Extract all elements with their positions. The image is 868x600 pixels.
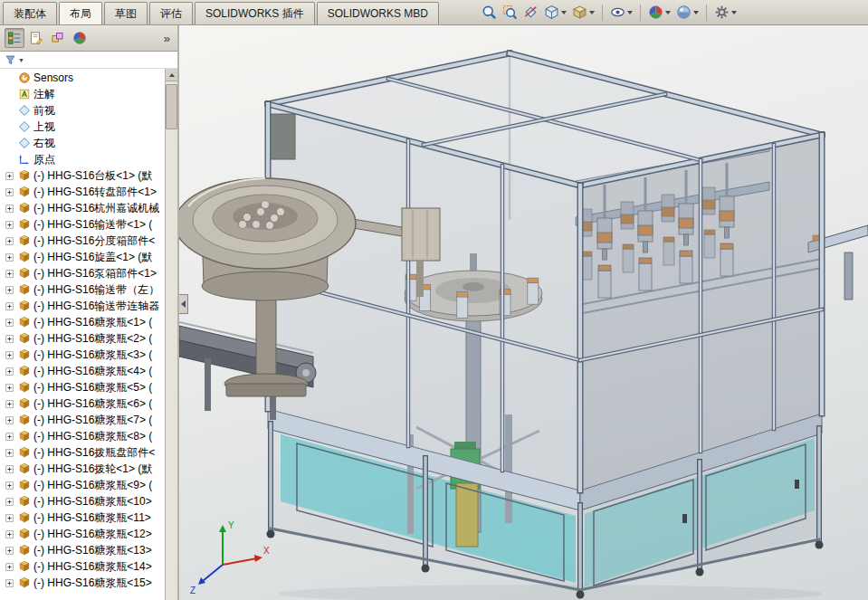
- tree-item[interactable]: (-) HHG-S16拨轮<1> (默: [0, 461, 165, 477]
- display-style-button[interactable]: [570, 3, 596, 22]
- expander-icon[interactable]: [4, 562, 15, 572]
- tree-item[interactable]: (-) HHG-S16杭州嘉诚机械: [0, 200, 165, 216]
- expander-icon: [5, 562, 14, 572]
- tree-item[interactable]: (-) HHG-S16拨瓶盘部件<: [0, 444, 165, 461]
- tree-item[interactable]: 上视: [0, 119, 165, 135]
- expander-icon[interactable]: [4, 399, 15, 409]
- apply-scene-button[interactable]: [674, 3, 701, 22]
- expander-icon[interactable]: [4, 204, 15, 214]
- graphics-viewport[interactable]: Y X Z: [179, 25, 868, 600]
- tree-item[interactable]: (-) HHG-S16转盘部件<1>: [0, 184, 165, 200]
- tree-item[interactable]: (-) HHG-S16糖浆瓶<14>: [0, 558, 165, 575]
- tree-item[interactable]: (-) HHG-S16糖浆瓶<15>: [0, 575, 165, 591]
- expander-icon[interactable]: [4, 269, 15, 279]
- tree-item[interactable]: (-) HHG-S16糖浆瓶<6> (: [0, 395, 165, 412]
- component-icon: [18, 316, 31, 329]
- tab-mbd[interactable]: SOLIDWORKS MBD: [317, 2, 439, 24]
- expander-icon[interactable]: [4, 546, 15, 556]
- expander-icon[interactable]: [4, 236, 15, 246]
- expander-icon[interactable]: [4, 481, 15, 490]
- filter-bar[interactable]: ▼: [0, 52, 177, 69]
- propertymanager-tab[interactable]: [26, 28, 46, 48]
- plane-icon: [18, 104, 31, 117]
- view-orientation-button[interactable]: [542, 3, 568, 22]
- expander-icon[interactable]: [4, 220, 15, 230]
- tree-item[interactable]: (-) HHG-S16糖浆瓶<4> (: [0, 363, 165, 379]
- tree-item[interactable]: (-) HHG-S16糖浆瓶<12>: [0, 526, 165, 542]
- expander-icon[interactable]: [4, 448, 15, 458]
- tab-addins[interactable]: SOLIDWORKS 插件: [195, 2, 315, 24]
- assembly-model-canvas[interactable]: Y X Z: [179, 25, 868, 600]
- tab-assembly[interactable]: 装配体: [3, 2, 57, 24]
- expander-icon[interactable]: [4, 334, 15, 344]
- expander-icon[interactable]: [4, 529, 15, 539]
- tree-item[interactable]: (-) HHG-S16糖浆瓶<10>: [0, 493, 165, 510]
- tree-item[interactable]: (-) HHG-S16糖浆瓶<9> (: [0, 477, 165, 493]
- zoom-to-fit-button[interactable]: [480, 3, 499, 22]
- edit-appearance-button[interactable]: [646, 3, 672, 22]
- tree-item[interactable]: 右视: [0, 135, 165, 151]
- tree-item[interactable]: 原点: [0, 151, 165, 167]
- tab-layout[interactable]: 布局: [59, 2, 102, 24]
- expander-icon[interactable]: [4, 464, 15, 474]
- dropdown-caret-icon[interactable]: [627, 11, 633, 14]
- dropdown-caret-icon[interactable]: [561, 11, 567, 14]
- featuremanager-tab[interactable]: [5, 28, 24, 48]
- dropdown-caret-icon[interactable]: [665, 11, 671, 14]
- expander-icon[interactable]: [4, 187, 15, 197]
- dropdown-caret-icon[interactable]: [693, 11, 699, 14]
- zoom-to-area-button[interactable]: [501, 3, 520, 22]
- expander-icon[interactable]: [4, 367, 15, 376]
- tree-item[interactable]: (-) HHG-S16糖浆瓶<3> (: [0, 347, 165, 363]
- expander-icon[interactable]: [4, 383, 15, 393]
- tree-item[interactable]: Sensors: [0, 70, 165, 86]
- component-icon: [18, 332, 31, 345]
- expander-icon[interactable]: [4, 171, 15, 181]
- tree-item[interactable]: (-) HHG-S16糖浆瓶<7> (: [0, 412, 165, 428]
- view-settings-button[interactable]: [712, 3, 739, 22]
- featuremanager-collapse-arrow[interactable]: [179, 294, 188, 314]
- dropdown-caret-icon[interactable]: [589, 11, 595, 14]
- expander-icon[interactable]: [4, 432, 15, 442]
- configurationmanager-tab[interactable]: [48, 28, 68, 48]
- expander-icon[interactable]: [4, 285, 15, 295]
- tree-item[interactable]: (-) HHG-S16糖浆瓶<1> (: [0, 314, 165, 330]
- filter-funnel-icon[interactable]: [5, 54, 16, 66]
- tree-item[interactable]: (-) HHG-S16旋盖<1> (默: [0, 249, 165, 265]
- tree-item[interactable]: (-) HHG-S16分度箱部件<: [0, 233, 165, 249]
- tree-item[interactable]: (-) HHG-S16泵箱部件<1>: [0, 265, 165, 281]
- dropdown-caret-icon[interactable]: [731, 11, 737, 14]
- section-view-button[interactable]: [521, 3, 540, 22]
- filter-caret-icon[interactable]: ▼: [18, 57, 24, 63]
- expander-icon[interactable]: [4, 513, 15, 523]
- component-icon: [18, 348, 31, 361]
- magnifier-icon: [482, 5, 497, 20]
- tree-item[interactable]: (-) HHG-S16糖浆瓶<13>: [0, 542, 165, 558]
- panel-overflow-chevron[interactable]: »: [161, 32, 173, 45]
- tab-sketch[interactable]: 草图: [104, 2, 148, 24]
- scrollbar-up-button[interactable]: [166, 69, 177, 81]
- tree-item[interactable]: (-) HHG-S16输送带（左）: [0, 281, 165, 298]
- tree-item[interactable]: (-) HHG-S16台板<1> (默: [0, 167, 165, 184]
- expander-icon[interactable]: [4, 415, 15, 425]
- tree-item[interactable]: (-) HHG-S16糖浆瓶<11>: [0, 510, 165, 526]
- tab-evaluate[interactable]: 评估: [149, 2, 193, 24]
- appearances-tab[interactable]: [70, 28, 90, 48]
- expander-icon[interactable]: [4, 497, 15, 507]
- expander-icon[interactable]: [4, 350, 15, 360]
- tree-item[interactable]: (-) HHG-S16糖浆瓶<5> (: [0, 379, 165, 395]
- tree-item[interactable]: 注解: [0, 86, 165, 102]
- expander-icon[interactable]: [4, 252, 15, 262]
- scrollbar-thumb[interactable]: [166, 84, 177, 129]
- component-icon: [18, 495, 31, 508]
- tree-item[interactable]: (-) HHG-S16输送带连轴器: [0, 298, 165, 314]
- hide-show-items-button[interactable]: [608, 3, 634, 22]
- expander-icon[interactable]: [4, 578, 15, 588]
- tree-item[interactable]: (-) HHG-S16输送带<1> (: [0, 216, 165, 233]
- tree-scrollbar[interactable]: [165, 69, 177, 600]
- tree-item[interactable]: 前视: [0, 102, 165, 119]
- tree-item[interactable]: (-) HHG-S16糖浆瓶<8> (: [0, 428, 165, 444]
- tree-item[interactable]: (-) HHG-S16糖浆瓶<2> (: [0, 330, 165, 347]
- expander-icon[interactable]: [4, 301, 15, 311]
- expander-icon[interactable]: [4, 318, 15, 328]
